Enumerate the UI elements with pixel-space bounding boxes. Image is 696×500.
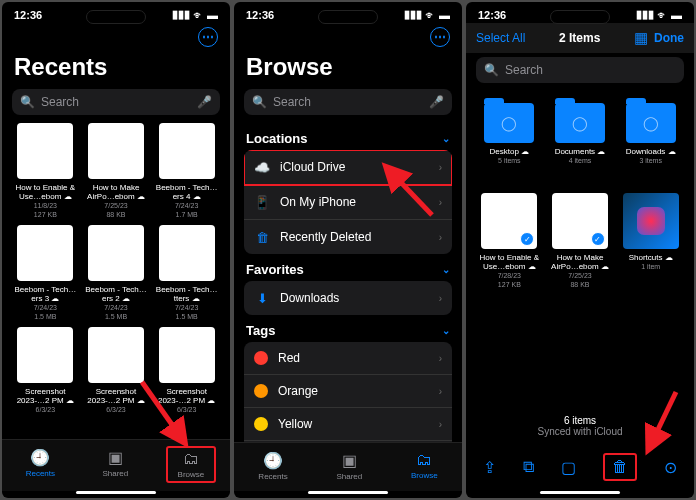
list-row-icloud-drive[interactable]: ☁️iCloud Drive›: [244, 150, 452, 185]
tab-recents[interactable]: 🕘Recents: [16, 446, 65, 483]
favorites-header[interactable]: Favorites ⌄: [244, 254, 452, 281]
file-item[interactable]: Shortcuts ☁ 1 item: [617, 193, 684, 289]
search-icon: 🔍: [484, 63, 499, 77]
phone-screen-select: 12:36 ▮▮▮ ᯤ ▬ Select All 2 Items ▦ Done …: [466, 2, 694, 498]
tab-browse[interactable]: 🗂Browse: [166, 446, 217, 483]
grid-view-icon[interactable]: ▦: [634, 29, 648, 47]
file-size: 88 KB: [570, 280, 589, 289]
tab-bar: 🕘Recents▣Shared🗂Browse: [2, 439, 230, 491]
shared-icon: ▣: [108, 448, 123, 467]
folder-item[interactable]: ◯ Desktop ☁ 5 items: [476, 91, 543, 165]
selection-toolbar: Select All 2 Items ▦ Done: [466, 23, 694, 53]
tab-browse[interactable]: 🗂Browse: [401, 449, 448, 483]
more-button[interactable]: ⋯: [430, 27, 450, 47]
file-name: Screenshot 2023-…2 PM ☁: [153, 387, 220, 405]
list-row-orange[interactable]: Orange›: [244, 375, 452, 408]
status-icons: ▮▮▮ ᯤ ▬: [404, 8, 450, 21]
mic-icon[interactable]: 🎤: [429, 95, 444, 109]
file-item[interactable]: Beebom - Tech…ers 3 ☁ 7/24/23 1.5 MB: [12, 225, 79, 321]
home-indicator[interactable]: [76, 491, 156, 494]
file-item[interactable]: Screenshot 2023-…2 PM ☁ 6/3/23: [83, 327, 150, 414]
file-thumbnail: [159, 123, 215, 179]
duplicate-icon[interactable]: ⧉: [523, 458, 534, 476]
search-field[interactable]: 🔍 Search 🎤: [244, 89, 452, 115]
list-row-green[interactable]: Green›: [244, 441, 452, 442]
file-item[interactable]: How to Make AirPo…ebom ☁ 7/25/23 88 KB: [83, 123, 150, 219]
row-label: iCloud Drive: [280, 160, 345, 174]
file-thumbnail: ✓: [552, 193, 608, 249]
iphone-icon: 📱: [254, 194, 270, 210]
status-time: 12:36: [14, 9, 42, 21]
more-icon[interactable]: ⊙: [664, 458, 677, 477]
tab-shared[interactable]: ▣Shared: [92, 446, 138, 483]
tags-header[interactable]: Tags ⌄: [244, 315, 452, 342]
tab-recents[interactable]: 🕘Recents: [248, 449, 297, 483]
list-row-recently-deleted[interactable]: 🗑Recently Deleted›: [244, 220, 452, 254]
tab-label: Shared: [336, 472, 362, 481]
mic-icon[interactable]: 🎤: [197, 95, 212, 109]
select-all-button[interactable]: Select All: [476, 31, 525, 45]
battery-icon: ▬: [439, 9, 450, 21]
home-indicator[interactable]: [308, 491, 388, 494]
file-name: Beebom - Tech…ers 4 ☁: [153, 183, 220, 201]
file-item[interactable]: How to Enable & Use…ebom ☁ 11/8/23 127 K…: [12, 123, 79, 219]
file-size: 1.5 MB: [176, 312, 198, 321]
folder-icon[interactable]: ▢: [561, 458, 576, 477]
list-row-downloads[interactable]: ⬇Downloads›: [244, 281, 452, 315]
trash-icon[interactable]: 🗑: [603, 453, 637, 481]
chevron-right-icon: ›: [439, 386, 442, 397]
list-row-red[interactable]: Red›: [244, 342, 452, 375]
file-size: 1 item: [641, 262, 660, 271]
file-date: 6/3/23: [177, 405, 196, 414]
status-time: 12:36: [246, 9, 274, 21]
locations-header[interactable]: Locations ⌄: [244, 123, 452, 150]
wifi-icon: ᯤ: [193, 9, 204, 21]
tab-shared[interactable]: ▣Shared: [326, 449, 372, 483]
battery-icon: ▬: [207, 9, 218, 21]
file-name: Beebom - Tech…ers 2 ☁: [83, 285, 150, 303]
file-name: Shortcuts ☁: [629, 253, 673, 262]
shared-icon: ▣: [342, 451, 357, 470]
cloud-icon: ☁: [665, 253, 673, 262]
chevron-right-icon: ›: [439, 232, 442, 243]
icloud-grid[interactable]: ◯ Desktop ☁ 5 items◯ Documents ☁ 4 items…: [466, 91, 694, 409]
trash-icon: 🗑: [254, 229, 270, 245]
file-item[interactable]: ✓How to Enable & Use…ebom ☁ 7/28/23 127 …: [476, 193, 543, 289]
cloud-icon: ☁: [137, 192, 145, 201]
recents-grid[interactable]: How to Enable & Use…ebom ☁ 11/8/23 127 K…: [2, 123, 230, 439]
cloud-icon: ☁: [601, 262, 609, 271]
top-toolbar: ⋯: [234, 23, 462, 51]
file-name: Screenshot 2023-…2 PM ☁: [12, 387, 79, 405]
file-name: How to Enable & Use…ebom ☁: [12, 183, 79, 201]
browse-content[interactable]: Locations ⌄ ☁️iCloud Drive›📱On My iPhone…: [234, 123, 462, 442]
tab-label: Shared: [102, 469, 128, 478]
checkmark-icon: ✓: [591, 232, 605, 246]
file-item[interactable]: Beebom - Tech…ers 4 ☁ 7/24/23 1.7 MB: [153, 123, 220, 219]
file-date: 7/24/23: [34, 303, 57, 312]
file-name: Beebom - Tech…tters ☁: [153, 285, 220, 303]
done-button[interactable]: Done: [654, 31, 684, 45]
search-field[interactable]: 🔍 Search: [476, 57, 684, 83]
folder-name: Documents ☁: [555, 147, 606, 156]
row-label: Orange: [278, 384, 318, 398]
selection-count: 2 Items: [559, 31, 600, 45]
file-item[interactable]: ✓How to Make AirPo…ebom ☁ 7/25/23 88 KB: [547, 193, 614, 289]
browse-icon: 🗂: [416, 451, 432, 469]
list-row-yellow[interactable]: Yellow›: [244, 408, 452, 441]
folder-meta: 5 items: [498, 156, 521, 165]
folder-item[interactable]: ◯ Downloads ☁ 3 items: [617, 91, 684, 165]
tab-label: Recents: [258, 472, 287, 481]
cloud-icon: ☁: [597, 147, 605, 156]
folder-item[interactable]: ◯ Documents ☁ 4 items: [547, 91, 614, 165]
share-icon[interactable]: ⇪: [483, 458, 496, 477]
file-name: Screenshot 2023-…2 PM ☁: [83, 387, 150, 405]
file-item[interactable]: Beebom - Tech…ers 2 ☁ 7/24/23 1.5 MB: [83, 225, 150, 321]
file-item[interactable]: Beebom - Tech…tters ☁ 7/24/23 1.5 MB: [153, 225, 220, 321]
search-field[interactable]: 🔍 Search 🎤: [12, 89, 220, 115]
file-item[interactable]: Screenshot 2023-…2 PM ☁ 6/3/23: [153, 327, 220, 414]
file-item[interactable]: Screenshot 2023-…2 PM ☁ 6/3/23: [12, 327, 79, 414]
tag-dot: [254, 417, 268, 431]
home-indicator[interactable]: [540, 491, 620, 494]
more-button[interactable]: ⋯: [198, 27, 218, 47]
list-row-on-my-iphone[interactable]: 📱On My iPhone›: [244, 185, 452, 220]
